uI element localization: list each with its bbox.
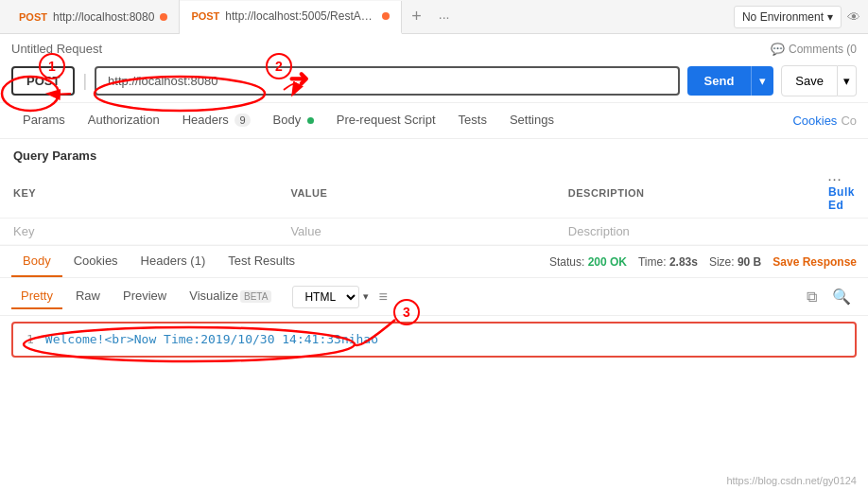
bottom-tab-body[interactable]: Body [11, 246, 62, 277]
size-value: 90 B [738, 255, 761, 269]
time-value: 2.83s [669, 255, 698, 269]
bulk-dots-button[interactable]: ··· [828, 174, 842, 185]
wrap-icon[interactable]: ≡ [373, 285, 392, 309]
tab-tests[interactable]: Tests [447, 103, 498, 138]
resp-tab-preview[interactable]: Preview [113, 284, 176, 309]
desc-cell[interactable]: Description [555, 219, 815, 245]
resp-tab-raw[interactable]: Raw [66, 284, 110, 309]
format-arrow-icon: ▾ [363, 290, 369, 303]
cookies-suffix: Co [841, 114, 857, 128]
send-button[interactable]: Send [687, 66, 752, 96]
comments-button[interactable]: 💬 Comments (0 [771, 43, 857, 56]
time-label: Time: 2.83s [638, 255, 698, 269]
code-content: Welcome!<br>Now Time:2019/10/30 14:41:33… [45, 329, 378, 350]
tab-dot-2 [382, 12, 390, 20]
bottom-right-info: Status: 200 OK Time: 2.83s Size: 90 B Sa… [549, 255, 857, 269]
response-toolbar: Pretty Raw Preview VisualizeBETA HTML JS… [0, 278, 868, 316]
save-response-button[interactable]: Save Response [773, 255, 857, 269]
bottom-nav-tabs: Body Cookies Headers (1) Test Results St… [0, 246, 868, 278]
save-group: Save ▾ [781, 65, 857, 96]
col-header-desc: DESCRIPTION [555, 168, 815, 219]
eye-icon[interactable]: 👁 [847, 9, 860, 25]
comment-icon: 💬 [771, 43, 785, 56]
bottom-section: Body Cookies Headers (1) Test Results St… [0, 245, 868, 358]
url-input[interactable] [95, 66, 679, 96]
status-label: Status: 200 OK [549, 255, 627, 269]
bottom-tab-testresults[interactable]: Test Results [217, 246, 306, 277]
key-cell[interactable]: Key [0, 219, 277, 245]
save-button[interactable]: Save [781, 65, 838, 96]
tab-method-2: POST [191, 10, 219, 22]
tab-url-2: http://localhost:5005/RestAPI/... [225, 9, 376, 23]
params-table: KEY VALUE DESCRIPTION ··· Bulk Ed Key Va… [0, 168, 868, 245]
beta-badge: BETA [240, 290, 271, 303]
tab-authorization[interactable]: Authorization [77, 103, 171, 138]
env-dropdown[interactable]: No Environment ▾ [734, 6, 842, 28]
tab-params[interactable]: Params [11, 103, 77, 138]
bottom-tab-headers[interactable]: Headers (1) [130, 246, 217, 277]
table-row: Key Value Description [0, 219, 868, 245]
method-button[interactable]: POST [11, 66, 75, 96]
copy-icon[interactable]: ⧉ [801, 285, 823, 309]
tab-method-1: POST [19, 11, 47, 23]
request-title: Untitled Request [11, 42, 102, 56]
col-header-actions: ··· Bulk Ed [815, 168, 868, 219]
cookies-link[interactable]: Cookies [792, 114, 837, 128]
bottom-link: https://blog.csdn.net/gy0124 [726, 475, 857, 486]
line-numbers: 1 [26, 329, 34, 350]
tab-body[interactable]: Body [262, 103, 325, 138]
resp-tab-pretty[interactable]: Pretty [11, 284, 62, 309]
env-selector: No Environment ▾ 👁 [734, 6, 860, 28]
col-header-value: VALUE [277, 168, 554, 219]
tab-more-button[interactable]: ··· [431, 9, 458, 25]
actions-cell [815, 219, 868, 245]
page-wrapper: POST http://localhost:8080 POST http://l… [0, 0, 868, 490]
tab-prerequest[interactable]: Pre-request Script [325, 103, 447, 138]
nav-tabs: Params Authorization Headers 9 Body Pre-… [0, 103, 868, 139]
code-string: Welcome!<br>Now Time:2019/10/30 14:41:33… [45, 332, 378, 346]
format-select[interactable]: HTML JSON Text XML [292, 286, 359, 308]
value-cell[interactable]: Value [277, 219, 554, 245]
resp-tab-visualize[interactable]: VisualizeBETA [180, 284, 281, 309]
env-chevron-icon: ▾ [827, 10, 833, 24]
tab-settings[interactable]: Settings [498, 103, 565, 138]
bottom-tab-cookies[interactable]: Cookies [62, 246, 130, 277]
env-label: No Environment [742, 10, 824, 24]
query-params-title: Query Params [0, 139, 868, 168]
search-icon[interactable]: 🔍 [826, 284, 857, 309]
tab-bar: POST http://localhost:8080 POST http://l… [0, 0, 868, 34]
code-area: 1 Welcome!<br>Now Time:2019/10/30 14:41:… [11, 322, 857, 358]
request-header: Untitled Request 💬 Comments (0 [0, 34, 868, 60]
headers-badge: 9 [234, 114, 250, 127]
status-value: 200 OK [588, 255, 627, 269]
url-bar: POST | Send ▾ Save ▾ [0, 60, 868, 103]
tab-dot-1 [160, 13, 167, 21]
comments-label: Comments (0 [789, 43, 857, 56]
tab-post-8080[interactable]: POST http://localhost:8080 [8, 0, 180, 33]
send-group: Send ▾ [687, 66, 774, 96]
col-header-key: KEY [0, 168, 277, 219]
bulk-edit-button[interactable]: Bulk Ed [828, 185, 855, 212]
url-divider: | [82, 71, 87, 91]
body-dot [307, 117, 314, 124]
tab-headers[interactable]: Headers 9 [171, 103, 262, 138]
tab-post-5005[interactable]: POST http://localhost:5005/RestAPI/... [180, 1, 402, 34]
save-dropdown-button[interactable]: ▾ [838, 65, 857, 96]
send-dropdown-button[interactable]: ▾ [751, 66, 773, 96]
tab-url-1: http://localhost:8080 [53, 10, 154, 24]
size-label: Size: 90 B [709, 255, 761, 269]
nav-right: Cookies Co [792, 114, 857, 128]
tab-add-button[interactable]: + [402, 7, 431, 26]
